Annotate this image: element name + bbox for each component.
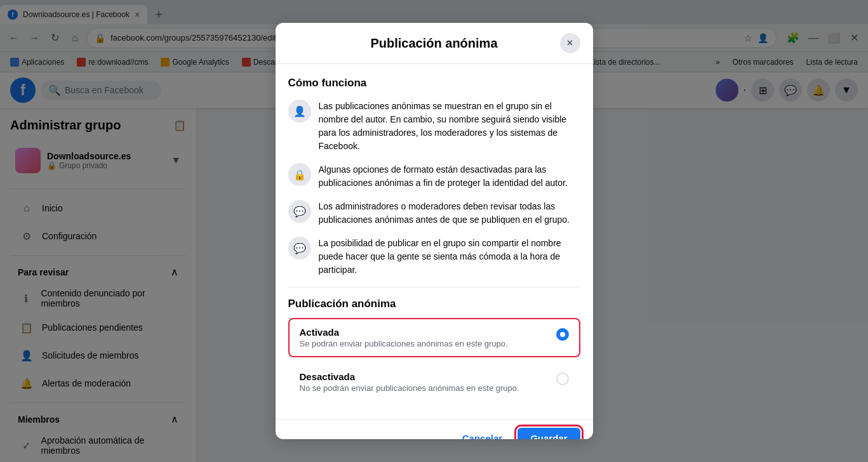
radio-option-text: Activada Se podrán enviar publicaciones …: [300, 327, 508, 348]
desactivada-desc: No se podrán enviar publicaciones anónim…: [300, 383, 519, 393]
anon-section-title: Publicación anónima: [288, 298, 580, 310]
review-icon: 💬: [288, 200, 311, 223]
person-icon: 👤: [288, 100, 311, 122]
modal-close-button[interactable]: ×: [560, 33, 580, 53]
info-item-4: 💬 La posibilidad de publicar en el grupo…: [288, 237, 580, 277]
info-text-2: Algunas opciones de formato están desact…: [319, 163, 580, 190]
cancel-button[interactable]: Cancelar: [452, 428, 512, 439]
how-it-works-title: Cómo funciona: [288, 77, 580, 89]
save-button[interactable]: Guardar: [517, 428, 580, 439]
info-item-3: 💬 Los administradores o moderadores debe…: [288, 200, 580, 227]
radio-circle-activada[interactable]: [556, 328, 569, 341]
activada-desc: Se podrán enviar publicaciones anónimas …: [300, 339, 508, 348]
modal-header: Publicación anónima ×: [276, 23, 593, 64]
radio-option-activada[interactable]: Activada Se podrán enviar publicaciones …: [288, 318, 580, 357]
radio-circle-desactivada[interactable]: [556, 373, 569, 385]
radio-option-desactivada[interactable]: Desactivada No se podrán enviar publicac…: [288, 362, 580, 402]
info-item-1: 👤 Las publicaciones anónimas se muestran…: [288, 100, 580, 153]
modal-footer: Cancelar Guardar: [276, 419, 593, 439]
activada-label: Activada: [300, 327, 508, 338]
modal-title: Publicación anónima: [309, 36, 560, 51]
info-text-4: La posibilidad de publicar en el grupo s…: [319, 237, 580, 277]
modal-overlay: Publicación anónima × Cómo funciona 👤 La…: [0, 0, 868, 462]
modal-body: Cómo funciona 👤 Las publicaciones anónim…: [276, 64, 593, 419]
modal-divider: [288, 287, 580, 287]
info-text-1: Las publicaciones anónimas se muestran e…: [319, 100, 580, 153]
desactivada-label: Desactivada: [300, 371, 519, 382]
radio-option-text: Desactivada No se podrán enviar publicac…: [300, 371, 519, 393]
info-text-3: Los administradores o moderadores deben …: [319, 200, 580, 227]
info-item-2: 🔒 Algunas opciones de formato están desa…: [288, 163, 580, 190]
comfort-icon: 💬: [288, 237, 311, 260]
anonymous-post-modal: Publicación anónima × Cómo funciona 👤 La…: [276, 23, 593, 439]
lock-format-icon: 🔒: [288, 163, 311, 186]
